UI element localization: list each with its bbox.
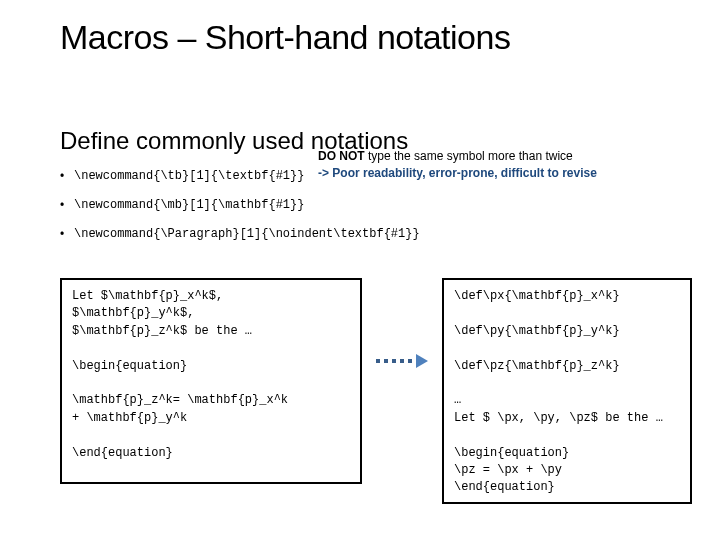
callout-emphasis: DO NOT: [318, 149, 365, 163]
arrow-right-icon: [376, 354, 428, 368]
bullet-list: \newcommand{\tb}[1]{\textbf{#1}} \newcom…: [60, 167, 684, 245]
slide-title: Macros – Short-hand notations: [60, 18, 684, 57]
code-box-before: Let $\mathbf{p}_x^k$, $\mathbf{p}_y^k$, …: [60, 278, 362, 484]
arrow-stem: [376, 359, 416, 363]
slide: Macros – Short-hand notations Define com…: [0, 0, 720, 540]
callout-line-1: DO NOT type the same symbol more than tw…: [318, 148, 597, 165]
arrow-head: [416, 354, 428, 368]
code-comparison: Let $\mathbf{p}_x^k$, $\mathbf{p}_y^k$, …: [60, 278, 692, 504]
bullet-item: \newcommand{\tb}[1]{\textbf{#1}}: [60, 167, 684, 186]
code-box-after: \def\px{\mathbf{p}_x^k} \def\py{\mathbf{…: [442, 278, 692, 504]
bullet-item: \newcommand{\Paragraph}[1]{\noindent\tex…: [60, 225, 684, 244]
bullet-item: \newcommand{\mb}[1]{\mathbf{#1}}: [60, 196, 684, 215]
callout-rest: type the same symbol more than twice: [365, 149, 573, 163]
